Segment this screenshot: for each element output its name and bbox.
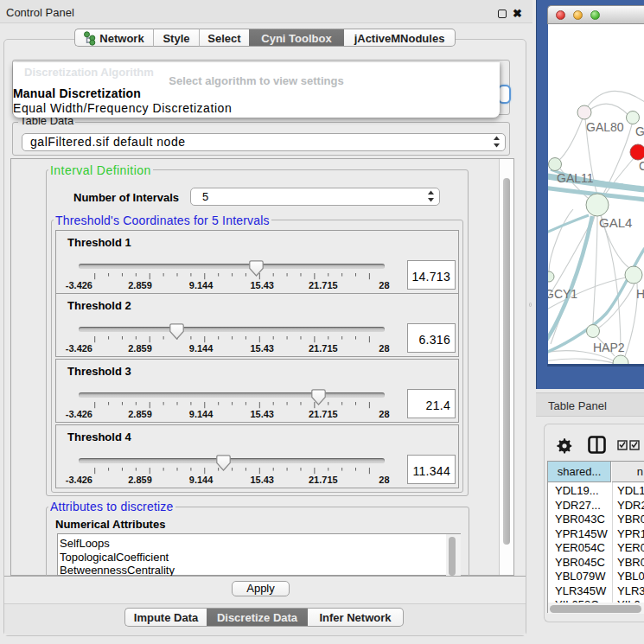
svg-text:C: C xyxy=(639,159,644,173)
svg-text:GCY1: GCY1 xyxy=(548,287,577,301)
svg-text:GAL4: GAL4 xyxy=(599,215,632,230)
svg-text:G: G xyxy=(635,124,644,138)
svg-text:GAL80: GAL80 xyxy=(586,120,624,134)
svg-text:HAP2: HAP2 xyxy=(593,341,625,354)
svg-text:H: H xyxy=(636,287,644,301)
svg-text:GAL11: GAL11 xyxy=(557,171,594,185)
